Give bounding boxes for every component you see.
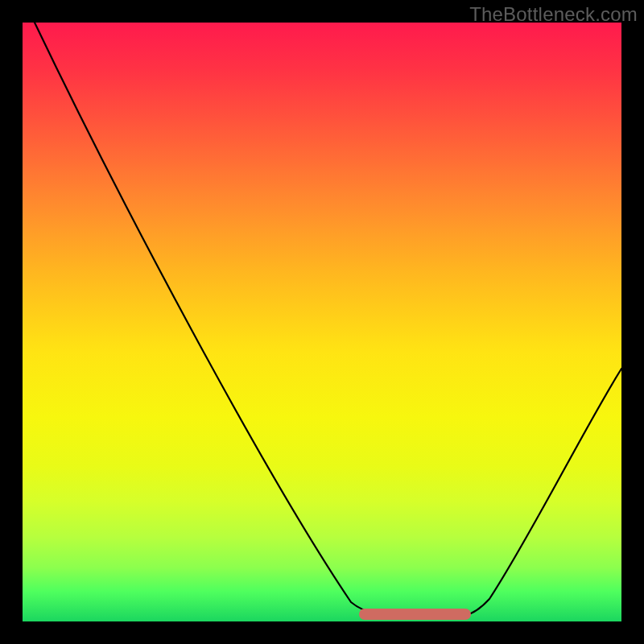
plot-area: [23, 23, 621, 621]
curve-layer: [23, 23, 621, 621]
attribution-text: TheBottleneck.com: [469, 3, 638, 26]
bottleneck-curve: [35, 23, 621, 617]
chart-stage: TheBottleneck.com: [0, 0, 644, 644]
